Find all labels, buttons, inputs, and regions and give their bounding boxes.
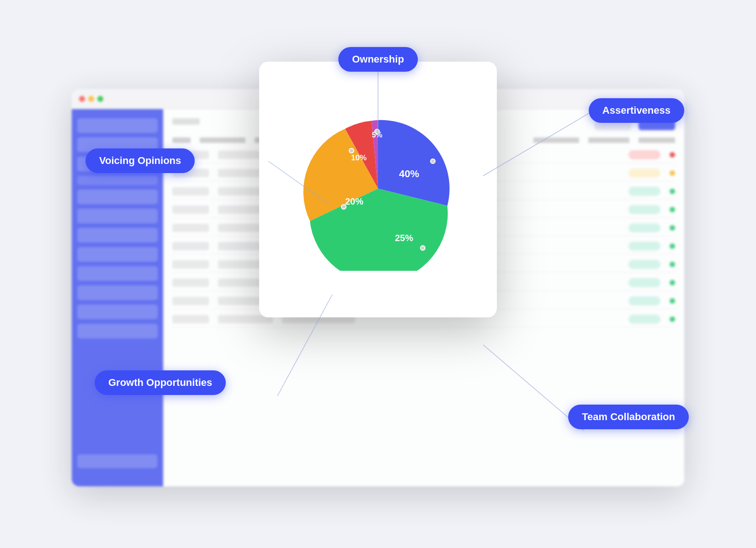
indicator [670, 152, 675, 158]
status-badge [628, 315, 660, 324]
label-team-collaboration: Team Collaboration [568, 405, 689, 429]
status-badge [628, 260, 660, 269]
page-title-placeholder [172, 118, 200, 125]
dot-voicing [349, 148, 354, 153]
label-ownership: Ownership [338, 47, 418, 72]
status-badge [628, 223, 660, 232]
pct-team: 25% [395, 233, 413, 243]
label-growth-opportunities: Growth Opportunities [95, 370, 226, 395]
status-badge [628, 205, 660, 214]
indicator [670, 298, 675, 304]
dot-assertiveness [431, 159, 435, 163]
cell [172, 279, 209, 287]
col-header-6 [639, 137, 675, 143]
cell [172, 224, 209, 232]
sidebar-item-1[interactable] [77, 118, 158, 133]
sidebar-item-8[interactable] [77, 266, 158, 281]
minimize-button[interactable] [88, 96, 94, 102]
indicator [670, 207, 675, 212]
pct-assertiveness: 40% [399, 168, 419, 179]
sidebar-item-6[interactable] [77, 228, 158, 242]
indicator [670, 262, 675, 267]
sidebar-footer-item[interactable] [77, 454, 157, 468]
pie-chart: 40% 5% 10% 20% 25% [296, 106, 460, 271]
pct-growth: 20% [345, 196, 363, 206]
sidebar-item-7[interactable] [77, 247, 158, 262]
label-assertiveness: Assertiveness [589, 98, 684, 123]
cell [172, 206, 209, 214]
label-voicing-opinions: Voicing Opinions [85, 148, 195, 173]
status-badge [628, 296, 660, 306]
indicator [670, 316, 675, 322]
cell [172, 260, 209, 269]
sidebar-item-5[interactable] [77, 209, 158, 223]
col-header-1 [172, 137, 191, 143]
scene: 40% 5% 10% 20% 25% [58, 34, 698, 514]
cell [172, 187, 209, 195]
close-button[interactable] [79, 96, 85, 102]
indicator [670, 189, 675, 194]
status-badge [628, 242, 660, 251]
cell [172, 315, 209, 323]
cell [172, 242, 209, 250]
indicator [670, 280, 675, 285]
indicator [670, 170, 675, 176]
status-badge [628, 278, 660, 287]
sidebar-item-9[interactable] [77, 285, 158, 300]
dot-team [421, 246, 425, 250]
col-header-5 [588, 137, 629, 143]
cell [172, 297, 209, 305]
indicator [670, 243, 675, 249]
traffic-lights [79, 96, 103, 102]
sidebar-item-10[interactable] [77, 305, 158, 319]
col-header-2 [200, 137, 245, 143]
maximize-button[interactable] [97, 96, 103, 102]
status-badge [628, 169, 660, 178]
status-badge [628, 150, 660, 159]
pie-chart-container: 40% 5% 10% 20% 25% [296, 106, 460, 273]
pct-voicing: 10% [351, 153, 367, 162]
search-input[interactable] [77, 176, 158, 185]
col-header-4 [533, 137, 579, 143]
indicator [670, 225, 675, 231]
sidebar-item-4[interactable] [77, 190, 158, 204]
dot-growth [341, 205, 346, 209]
status-badge [628, 187, 660, 196]
dot-ownership [375, 129, 379, 134]
sidebar-item-11[interactable] [77, 324, 158, 338]
chart-card: 40% 5% 10% 20% 25% [259, 62, 497, 317]
